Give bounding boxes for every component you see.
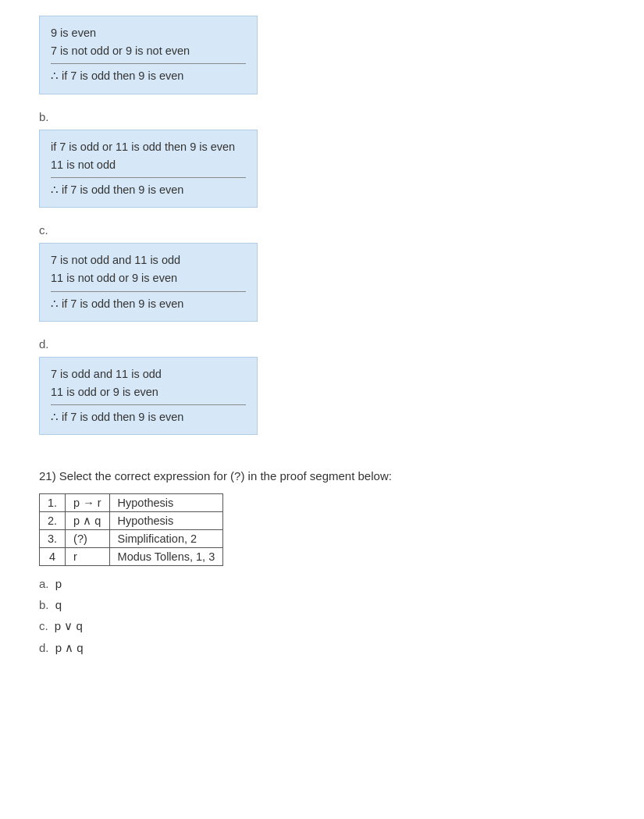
option-letter: d. [39,641,49,654]
option-b-box: if 7 is odd or 11 is odd then 9 is even … [39,130,258,208]
table-row: 2. p ∧ q Hypothesis [40,512,223,530]
top-line1: 9 is even [51,24,246,42]
option-c-line1: 7 is not odd and 11 is odd [51,251,246,269]
option-value: p ∧ q [52,641,84,654]
row-expr: r [66,548,109,566]
row-expr: p ∧ q [66,512,109,530]
answer-option: d. p ∧ q [39,641,605,655]
row-expr: p → r [66,494,109,512]
top-line2: 7 is not odd or 9 is not even [51,42,246,60]
table-row: 1. p → r Hypothesis [40,494,223,512]
row-num: 3. [40,530,66,548]
option-d-box: 7 is odd and 11 is odd 11 is odd or 9 is… [39,357,258,436]
answer-option: a. p [39,577,605,590]
option-c-label: c. [39,223,605,237]
table-row: 4 r Modus Tollens, 1, 3 [40,548,223,566]
option-b-line2: 11 is not odd [51,156,246,174]
option-value: q [52,598,62,611]
option-c-line2: 11 is not odd or 9 is even [51,269,246,287]
top-conclusion: ∴ if 7 is odd then 9 is even [51,67,246,85]
option-d-line2: 11 is odd or 9 is even [51,383,246,401]
top-proof-box: 9 is even 7 is not odd or 9 is not even … [39,16,258,94]
row-reason: Hypothesis [109,494,223,512]
row-reason: Modus Tollens, 1, 3 [109,548,223,566]
option-c-box: 7 is not odd and 11 is odd 11 is not odd… [39,243,258,322]
answer-option: c. p ∨ q [39,619,605,633]
option-letter: a. [39,577,49,590]
option-b-label: b. [39,110,605,123]
answer-option: b. q [39,598,605,611]
row-expr: (?) [66,530,109,548]
option-d-line1: 7 is odd and 11 is odd [51,365,246,383]
row-num: 2. [40,512,66,530]
question-21-text: 21) Select the correct expression for (?… [39,469,605,482]
row-num: 1. [40,494,66,512]
option-c-conclusion: ∴ if 7 is odd then 9 is even [51,295,246,313]
table-row: 3. (?) Simplification, 2 [40,530,223,548]
option-letter: b. [39,598,49,611]
row-reason: Simplification, 2 [109,530,223,548]
option-value: p [52,577,62,590]
proof-table: 1. p → r Hypothesis 2. p ∧ q Hypothesis … [39,493,223,566]
option-letter: c. [39,619,48,632]
option-d-label: d. [39,337,605,351]
option-b-conclusion: ∴ if 7 is odd then 9 is even [51,181,246,199]
option-d-conclusion: ∴ if 7 is odd then 9 is even [51,408,246,426]
option-b-line1: if 7 is odd or 11 is odd then 9 is even [51,138,246,156]
option-value: p ∨ q [52,619,83,632]
row-reason: Hypothesis [109,512,223,530]
row-num: 4 [40,548,66,566]
